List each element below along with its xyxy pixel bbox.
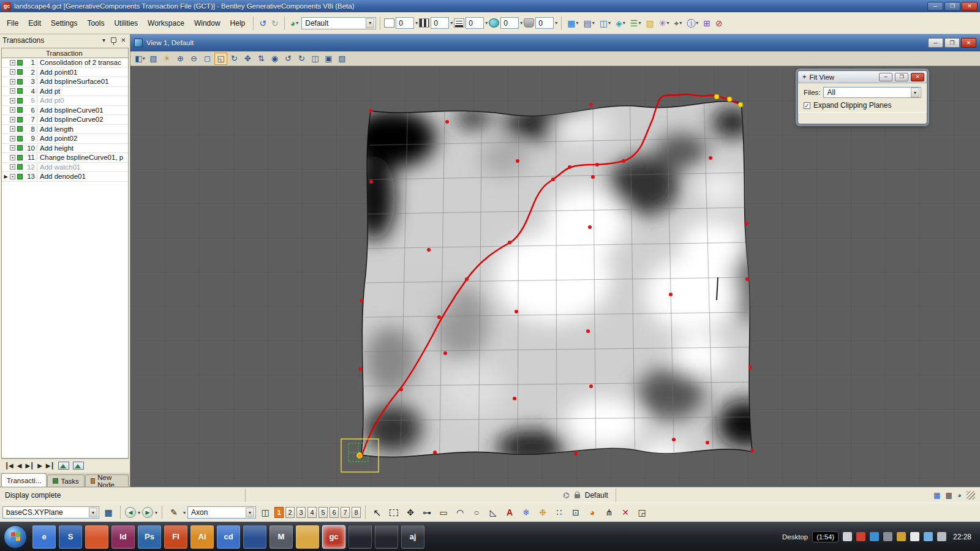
save-status-icon[interactable]: ▦ [933, 491, 940, 500]
info-icon[interactable]: ⓘ▾ [685, 17, 700, 29]
fit-view-dialog[interactable]: ✦ Fit View ─ ❐ ✕ Files: All ▾ ✓ Expand C… [797, 70, 927, 124]
new-file-icon[interactable]: ▤▾ [582, 17, 597, 29]
taskbar-app-7[interactable]: Ai [190, 525, 214, 549]
dialog-close-button[interactable]: ✕ [911, 73, 924, 81]
active-level-label[interactable]: Default [585, 491, 608, 500]
taskbar-app-13[interactable] [349, 525, 372, 549]
play-button[interactable]: ▶┃ [25, 462, 34, 469]
transaction-row[interactable]: +12Add watch01 [2, 163, 128, 173]
expand-icon[interactable]: + [10, 60, 15, 66]
view-toggle-5[interactable]: 5 [318, 507, 328, 518]
transaction-row-current[interactable]: ▶+13Add denode01 [2, 172, 128, 182]
view-toggle-2[interactable]: 2 [285, 507, 295, 518]
tray-icon[interactable] [870, 532, 879, 541]
viewport[interactable] [130, 66, 980, 487]
transaction-row[interactable]: +9Add point02 [2, 134, 128, 144]
pin-icon[interactable] [111, 37, 116, 43]
files-combo[interactable]: All ▾ [823, 87, 921, 98]
frame-tool[interactable]: ⊡ [568, 506, 583, 519]
transparency-field[interactable]: 0▾ [489, 17, 522, 29]
chevron-down-icon[interactable]: ▾ [911, 88, 919, 97]
transaction-row[interactable]: +1Consolidation of 2 transac [2, 58, 128, 68]
taskbar-app-10[interactable]: M [270, 525, 293, 549]
rotate-view-icon[interactable]: ↻ [228, 53, 241, 65]
panel-menu-icon[interactable]: ▾ [100, 37, 108, 43]
camera-icon[interactable]: ◉ [268, 53, 281, 65]
view-attributes-icon[interactable]: ▧ [147, 53, 160, 65]
measure-tool[interactable]: ◺ [486, 506, 500, 519]
taskbar-app-gc-active[interactable]: gc [322, 525, 345, 549]
taskbar-app-3[interactable] [85, 525, 108, 549]
taskbar-app-4[interactable]: Id [111, 525, 135, 549]
grid-table-icon[interactable]: ▦ [101, 506, 116, 519]
taskbar-app-2[interactable]: S [59, 525, 82, 549]
back-history-icon[interactable]: ▾ [138, 510, 140, 515]
origin-point[interactable] [357, 453, 362, 458]
saved-views-icon[interactable]: ◈▾ [614, 17, 627, 29]
report-icon[interactable] [73, 462, 84, 470]
view-orientation-combo[interactable]: Axon ▾ [187, 506, 256, 519]
viewport-canvas[interactable] [130, 66, 980, 487]
expand-icon[interactable]: + [10, 79, 15, 84]
tab-transactions[interactable]: Transacti... [1, 473, 47, 487]
expand-icon[interactable]: + [10, 136, 15, 141]
snap-mode-icon[interactable]: ⌬ [563, 491, 569, 500]
transaction-row[interactable]: +7Add bsplineCurve02 [2, 115, 128, 125]
display-style-combo[interactable]: Default ▾ [301, 17, 376, 29]
go-last-button[interactable]: ▶┃ [46, 462, 55, 469]
view-display-mode-icon[interactable]: ◧▾ [134, 53, 146, 65]
undo-icon[interactable]: ↺ [257, 17, 268, 29]
close-button[interactable]: ✕ [962, 2, 978, 11]
place-text-tool[interactable]: A [502, 506, 517, 519]
taskbar-app-15[interactable]: aj [401, 525, 424, 549]
tray-icon[interactable] [843, 532, 852, 541]
expand-icon[interactable]: + [10, 98, 15, 103]
active-plane-combo[interactable]: baseCS.XYPlane ▾ [2, 506, 99, 519]
menu-window[interactable]: Window [190, 17, 225, 29]
fit-view-icon[interactable]: ◱ [214, 53, 227, 65]
battery-icon[interactable] [924, 532, 933, 541]
chevron-down-icon[interactable]: ▾ [246, 508, 254, 517]
volume-icon[interactable] [937, 532, 946, 541]
desktop-toolbar-label[interactable]: Desktop [782, 533, 808, 541]
expand-icon[interactable]: + [10, 174, 15, 179]
delete-element-tool[interactable]: ✕ [618, 506, 633, 519]
menu-workspace[interactable]: Workspace [143, 17, 189, 29]
menu-utilities[interactable]: Utilities [110, 17, 142, 29]
view-toggle-8[interactable]: 8 [352, 507, 361, 518]
tray-icon[interactable] [883, 532, 892, 541]
menu-tools[interactable]: Tools [83, 17, 108, 29]
zoom-out-icon[interactable]: ⊖ [187, 53, 200, 65]
taskbar-clock[interactable]: 22:28 [951, 533, 976, 541]
accusnap-toggle-icon[interactable]: ❄ [519, 506, 533, 519]
key-point-tool[interactable]: ⊶ [420, 506, 434, 519]
view-next-icon[interactable]: ↻ [295, 53, 308, 65]
display-style-icon[interactable]: ◕▾ [288, 17, 300, 29]
view-toggle-3[interactable]: 3 [296, 507, 306, 518]
panel-close-icon[interactable]: ✕ [119, 37, 127, 43]
structure-tool[interactable]: ⋔ [601, 506, 616, 519]
line-weight-field[interactable]: 0▾ [454, 17, 488, 29]
view-toggle-7[interactable]: 7 [341, 507, 350, 518]
clip-mask-icon[interactable]: ▨ [336, 53, 349, 65]
transaction-row[interactable]: +8Add length [2, 125, 128, 135]
tray-icon[interactable] [897, 532, 906, 541]
menu-help[interactable]: Help [226, 17, 250, 29]
forward-button[interactable]: ▶ [142, 507, 153, 518]
pen-tool-icon[interactable]: ✎ [167, 506, 181, 519]
zoom-in-icon[interactable]: ⊕ [174, 53, 187, 65]
transaction-row[interactable]: +11Change bsplineCurve01, p [2, 153, 128, 163]
minimize-button[interactable]: ─ [927, 2, 943, 11]
chevron-down-icon[interactable]: ▾ [366, 18, 374, 28]
transaction-row[interactable]: +3Add bsplineSurface01 [2, 77, 128, 87]
snapshot-icon[interactable] [58, 462, 69, 470]
tray-icon[interactable] [856, 532, 865, 541]
view-toggle-6[interactable]: 6 [330, 507, 339, 518]
printer-icon[interactable]: ▩ [945, 491, 952, 500]
tab-tasks[interactable]: Tasks [47, 474, 84, 487]
zoom-window-icon[interactable]: ◻ [201, 53, 214, 65]
start-button[interactable] [4, 525, 27, 549]
dimension-tool[interactable]: ∷ [552, 506, 567, 519]
priority-field[interactable]: 0▾ [524, 17, 557, 29]
taskbar-app-9[interactable] [243, 525, 266, 549]
